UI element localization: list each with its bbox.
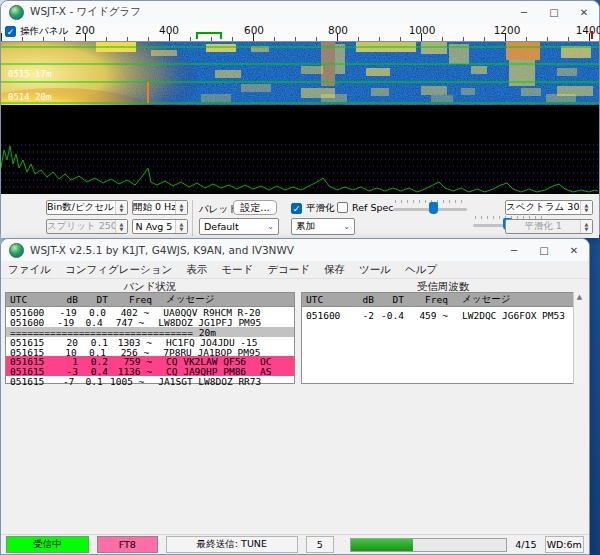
menu-help[interactable]: ヘルプ — [398, 263, 444, 277]
scale-tick-label: 800 — [321, 24, 355, 36]
progress-fill — [351, 539, 413, 551]
maximize-icon: □ — [539, 245, 548, 256]
scale-tick-label: 1400 — [572, 24, 600, 36]
scrollbar[interactable]: ▲ — [573, 292, 585, 384]
decode-row-cq-highlight[interactable]: 051615 -3 0.4 1136 ~ CQ JA9QHP PM86 AS — [6, 366, 294, 376]
minimize-icon: ─ — [521, 7, 527, 18]
decode-row[interactable]: 051600 -19 0.4 747 ~ LW8DOZ JG1PFJ PM95 — [6, 317, 294, 327]
menu-bar: ファイル コンフィグレーション 表示 モード デコード 保存 ツール ヘルプ — [1, 261, 589, 279]
wide-graph-controls: Bin数/ピクセル 2 ▲▼ 開始 0 Hz ▲▼ スプリット 2500 Hz … — [1, 198, 599, 238]
close-button[interactable]: ✕ — [569, 1, 599, 23]
scale-tick-label: 1200 — [490, 24, 524, 36]
waterfall-spectrum-plot[interactable]: 0515 17m 0514 20m — [1, 42, 599, 194]
status-bar: 受信中 FT8 最終送信: TUNE 5 4/15 WD:6m — [1, 534, 589, 554]
n-avg-spinbox[interactable]: N Avg 5 ▲▼ — [132, 219, 188, 234]
last-tx-panel: 最終送信: TUNE — [166, 536, 298, 553]
minimize-button[interactable]: ─ — [499, 239, 529, 261]
waterfall-time-label: 0514 20m — [8, 92, 51, 102]
wide-graph-titlebar[interactable]: WSJT-X - ワイドグラフ ─ □ ✕ — [1, 1, 599, 23]
decode-row[interactable]: 051615 -7 0.1 1005 ~ JA1SGT LW8DOZ RR73 — [6, 376, 294, 386]
scale-tick-label: 400 — [152, 24, 186, 36]
checkbox-checked-icon — [5, 26, 16, 37]
maximize-icon: □ — [549, 7, 558, 18]
minimize-button[interactable]: ─ — [509, 1, 539, 23]
menu-save[interactable]: 保存 — [317, 263, 352, 277]
tx-rx-progress-bar — [350, 538, 508, 552]
close-icon: ✕ — [580, 7, 588, 18]
mode-badge: FT8 — [97, 536, 158, 553]
maximize-button[interactable]: □ — [539, 1, 569, 23]
menu-tools[interactable]: ツール — [352, 263, 398, 277]
band-separator-row: ================================ 20m — [6, 327, 294, 337]
close-icon: ✕ — [570, 245, 578, 256]
minimize-icon: ─ — [511, 245, 517, 256]
chevron-down-icon: ⌄ — [343, 222, 350, 231]
scale-tick-label: 600 — [237, 24, 271, 36]
cumulative-combobox[interactable]: 累加 ⌄ — [291, 218, 355, 235]
wsjtx-app-icon — [9, 243, 24, 258]
band-activity-table[interactable]: UTC dB DT Freq メッセージ 051600 -19 0.0 402 … — [5, 292, 295, 384]
close-button[interactable]: ✕ — [559, 239, 589, 261]
menu-decode[interactable]: デコード — [260, 263, 317, 277]
split-spinbox: スプリット 2500 Hz ▲▼ — [46, 219, 128, 234]
watchdog-panel: WD:6m — [545, 536, 584, 553]
decode-row-cq-highlight[interactable]: 051615 1 0.2 759 ~ CQ VK2LAW QF56 OC — [6, 356, 294, 366]
menu-file[interactable]: ファイル — [1, 263, 58, 277]
menu-view[interactable]: 表示 — [179, 263, 214, 277]
table-header: UTC dB DT Freq メッセージ — [302, 293, 584, 307]
rx-frequency-table[interactable]: UTC dB DT Freq メッセージ 051600 -2 -0.4 459 … — [301, 292, 585, 384]
controls-panel-label: 操作パネル — [20, 25, 68, 38]
spinner-arrows-icon: ▲▼ — [580, 220, 592, 233]
decode-row[interactable]: 051615 10 0.1 256 ~ 7P8RU JA1BOP PM95 — [6, 347, 294, 357]
wsjtx-app-icon — [9, 5, 24, 20]
scale-tick-label: 200 — [68, 24, 102, 36]
rx-frequency-bracket-marker[interactable] — [196, 32, 222, 39]
spinner-arrows-icon[interactable]: ▲▼ — [175, 201, 187, 214]
counter-panel: 5 — [306, 536, 334, 553]
main-title: WSJT-X v2.5.1 by K1JT, G4WJS, K9AN, and … — [30, 244, 294, 256]
receiving-status-badge: 受信中 — [6, 536, 89, 553]
controls-panel-checkbox[interactable]: 操作パネル — [5, 25, 68, 38]
checkbox-unchecked-icon — [337, 202, 348, 213]
spinner-arrows-icon[interactable]: ▲▼ — [175, 220, 187, 233]
band-activity-group: バンド状況 UTC dB DT Freq メッセージ 051600 -19 0.… — [5, 279, 295, 384]
waterfall-time-label: 0515 17m — [8, 69, 51, 79]
scroll-up-icon[interactable]: ▲ — [577, 293, 582, 301]
checkbox-checked-icon — [291, 203, 302, 214]
palette-settings-button[interactable]: 設定... — [233, 200, 277, 215]
ref-spec-checkbox[interactable]: Ref Spec — [337, 202, 394, 213]
wide-graph-window: WSJT-X - ワイドグラフ ─ □ ✕ 200 400 600 800 10… — [0, 0, 600, 235]
progress-text: 4/15 — [515, 539, 536, 550]
menu-configuration[interactable]: コンフィグレーション — [58, 263, 179, 277]
spinner-arrows-icon: ▲▼ — [115, 220, 127, 233]
slider-handle[interactable] — [429, 202, 438, 214]
spectrum-percent-spinbox[interactable]: スペクトラム 30 % ▲▼ — [505, 200, 593, 215]
decode-row[interactable]: 051600 -2 -0.4 459 ~ LW2DQC JG6FOX PM53 — [302, 310, 584, 320]
decode-row[interactable]: 051600 -19 0.0 402 ~ UA0QQV R9HCM R-20 — [6, 307, 294, 317]
frequency-scale[interactable]: 200 400 600 800 1000 1200 1400 操作パネル — [1, 23, 599, 42]
desktop: WSJT-X - ワイドグラフ ─ □ ✕ 200 400 600 800 10… — [0, 0, 600, 555]
menu-mode[interactable]: モード — [214, 263, 260, 277]
scale-red-marker — [591, 31, 593, 39]
table-header: UTC dB DT Freq メッセージ — [6, 293, 294, 307]
start-frequency-spinbox[interactable]: 開始 0 Hz ▲▼ — [132, 200, 188, 215]
decode-row[interactable]: 051615 20 0.1 1303 ~ HC1FQ JO4JDU -15 — [6, 337, 294, 347]
maximize-button[interactable]: □ — [529, 239, 559, 261]
palette-combobox[interactable]: Default ⌄ — [199, 218, 279, 235]
gain-slider-top[interactable] — [393, 199, 467, 215]
scale-tick-label: 1000 — [405, 24, 439, 36]
spinner-arrows-icon[interactable]: ▲▼ — [115, 201, 127, 214]
wide-graph-title: WSJT-X - ワイドグラフ — [30, 5, 141, 19]
main-titlebar[interactable]: WSJT-X v2.5.1 by K1JT, G4WJS, K9AN, and … — [1, 239, 589, 261]
rx-frequency-group: 受信周波数 UTC dB DT Freq メッセージ 051600 -2 -0.… — [301, 279, 585, 384]
divider — [192, 200, 193, 236]
smooth-spinbox: 平滑化 1 ▲▼ — [505, 219, 593, 234]
main-window: WSJT-X v2.5.1 by K1JT, G4WJS, K9AN, and … — [0, 238, 590, 555]
flatten-checkbox[interactable]: 平滑化 — [291, 202, 335, 215]
bins-per-pixel-spinbox[interactable]: Bin数/ピクセル 2 ▲▼ — [46, 200, 128, 215]
chevron-down-icon: ⌄ — [267, 222, 274, 231]
spinner-arrows-icon[interactable]: ▲▼ — [580, 201, 592, 214]
